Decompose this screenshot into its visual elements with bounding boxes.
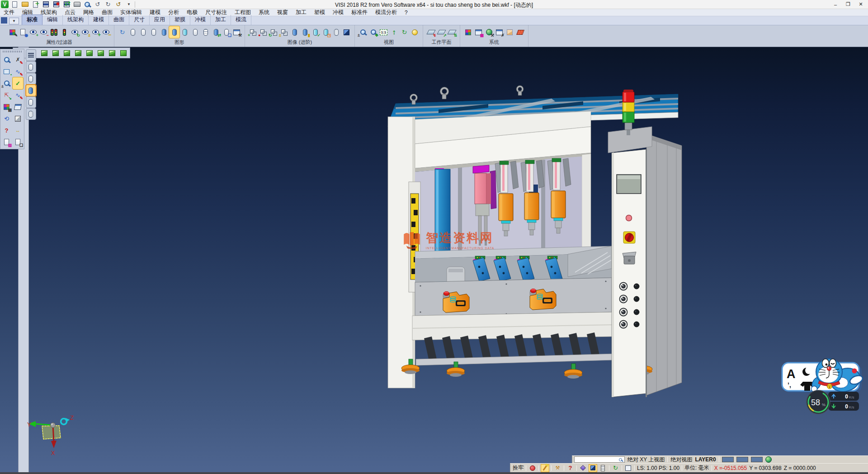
tool-stamp-icon[interactable]: ⚒ [554,465,561,472]
curve-edit-icon[interactable]: ∿✎ [13,66,23,77]
refresh-visibility-icon[interactable]: ↻ [70,26,80,38]
rotate-mode-icon[interactable]: ↻ [612,465,619,472]
window-settings-icon[interactable]: ✗ [494,26,505,38]
front-apron[interactable] [415,278,612,316]
view-mode-label[interactable]: 绝对 XY 上视图 [627,456,665,464]
menu-item[interactable]: 标准件 [351,9,368,16]
ribbon-tab[interactable]: 标准 [22,14,42,25]
hidden-line-style-icon[interactable] [138,26,148,38]
menu-item[interactable]: 加工 [296,9,307,16]
zoom-in-out-icon[interactable]: ± [358,26,368,38]
menu-item[interactable]: 视窗 [277,9,288,16]
ribbon-tab[interactable]: 建模 [89,15,109,25]
measure-view-icon[interactable]: ➚ [389,26,399,38]
style-menu-icon[interactable] [26,50,36,61]
refresh-selection-icon[interactable]: ⟲ [1,113,12,124]
layer-indicator[interactable]: LAYER0 [695,456,716,463]
control-tower[interactable] [608,90,652,397]
view-back-icon[interactable] [73,48,83,57]
maximize-button[interactable]: ❐ [842,0,854,9]
grid-window-icon[interactable] [624,465,632,472]
hide-entities-icon[interactable]: − [38,26,49,38]
validate-solid-icon[interactable]: ✓ [310,26,321,38]
zoom-select-icon[interactable] [1,54,12,66]
style-mesh-icon[interactable] [26,109,36,119]
dimension-icon[interactable]: ↔ [13,124,23,136]
view-iso2-icon[interactable] [50,48,61,57]
view-iso-icon[interactable] [39,48,49,57]
menu-item[interactable]: ? [405,9,408,16]
actual-size-icon[interactable]: 1:1 [378,26,389,38]
style-flat-icon[interactable] [26,97,36,108]
machine-model-3d[interactable] [371,66,687,410]
menu-item[interactable]: 模流分析 [375,9,397,16]
menu-item[interactable]: 塑模 [314,9,325,16]
query-icon[interactable]: ? [1,124,12,136]
help-icon[interactable]: ? [566,465,574,472]
striped-style-icon[interactable] [200,26,211,38]
style-hidden-icon[interactable] [26,73,36,84]
layer-bars-icon[interactable] [599,465,607,472]
ribbon-tab[interactable]: 编辑 [42,15,63,25]
add-bodies-icon[interactable]: + [248,26,258,38]
magic-wand-icon[interactable] [541,465,549,472]
zoom-solid-icon[interactable]: ± [1,77,12,89]
confirm-selection-icon[interactable]: ✓ [13,77,23,89]
toggle-visibility-icon[interactable]: ± [80,26,90,38]
lock-label[interactable]: 拴牢 [513,464,524,472]
menu-item[interactable]: 文件 [4,9,14,16]
render-smiley-icon[interactable] [410,26,420,38]
shaded-cube-icon[interactable] [341,26,352,38]
window-panes-icon[interactable] [13,101,23,113]
wireframe-solid-icon[interactable] [331,26,341,38]
workplane-align-icon[interactable]: ➚ [436,26,447,38]
ribbon-tab[interactable]: 尺寸 [129,15,150,25]
page-visibility-icon[interactable]: ◉ [18,26,28,38]
graphics-settings-icon[interactable]: ⚒ [231,26,242,38]
doraemon-widget[interactable]: A ’, [777,356,868,419]
menu-item[interactable]: 系统 [259,9,269,16]
view-right-icon[interactable] [95,48,106,57]
solid-edges-icon[interactable]: ▮ [300,26,310,38]
show-entities-icon[interactable]: + [28,26,38,38]
layer-stack-icon[interactable]: ▤ [1,101,12,113]
snap-gem-icon[interactable] [579,465,587,472]
dashed-style-icon[interactable] [148,26,159,38]
color-swatch-2[interactable] [736,457,748,462]
workplane-flip-icon[interactable]: ⇅ [447,26,457,38]
machine-right-cabinet[interactable] [646,134,682,395]
refresh-view-icon[interactable]: ↻ [399,26,410,38]
window-colors-icon[interactable]: ▦ [473,26,484,38]
globe-icon[interactable] [765,456,772,463]
close-button[interactable]: ✕ [854,0,867,9]
axes-select-icon[interactable]: ⇱↘ [1,89,12,101]
shaded-edges-style-icon[interactable] [169,26,179,38]
tower-rotary-switch[interactable] [623,232,635,243]
workplane-cube-icon[interactable] [589,465,597,472]
ribbon-tab[interactable]: 模流 [231,15,251,25]
clipboard-palette-icon[interactable]: ▨ [1,136,12,148]
ribbon-tab[interactable]: 塑膜 [170,15,190,25]
tower-latch[interactable] [623,252,636,264]
tab-overflow-dropdown[interactable]: ▼ [9,18,19,24]
spline-edit-icon[interactable]: ∿✎ [13,89,23,101]
signal-tower-light[interactable] [623,90,634,135]
shaded-style-icon[interactable] [159,26,169,38]
ribbon-tab[interactable]: 加工 [211,15,231,25]
remove-from-view-icon[interactable]: − [101,26,111,38]
welding-head-orange[interactable] [495,158,571,236]
tag-solid-icon[interactable]: ◳ [321,26,331,38]
regen-graphics-icon[interactable]: ↻ [117,26,127,38]
toolbar-grip[interactable] [3,51,22,52]
solid-cube-icon[interactable] [13,113,23,124]
transparent-style-icon[interactable] [179,26,190,38]
style-shaded-icon[interactable] [26,85,36,96]
copy-view-icon[interactable]: ❏ [221,26,231,38]
filter-bodies-icon[interactable]: ● [258,26,269,38]
minimize-button[interactable]: – [829,0,842,9]
color-swatch-1[interactable] [722,457,734,462]
search-input[interactable] [574,456,625,463]
dynamic-rotate-icon[interactable]: ⇄ [211,26,221,38]
zoom-extents-icon[interactable]: ✥ [368,26,378,38]
snap-disc-icon[interactable] [528,465,536,472]
